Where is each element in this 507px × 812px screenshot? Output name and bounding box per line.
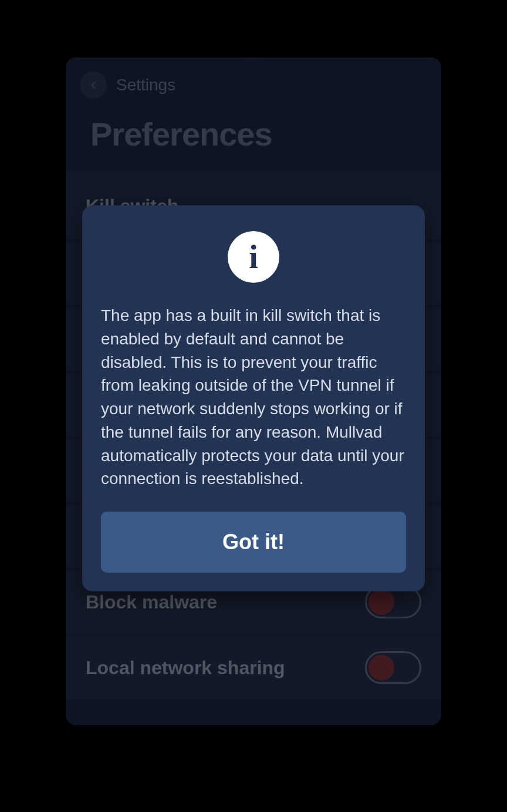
modal-text: The app has a built in kill switch that … bbox=[101, 304, 406, 490]
got-it-button[interactable]: Got it! bbox=[101, 512, 406, 573]
info-modal: i The app has a built in kill switch tha… bbox=[82, 205, 425, 591]
info-icon: i bbox=[228, 231, 279, 283]
